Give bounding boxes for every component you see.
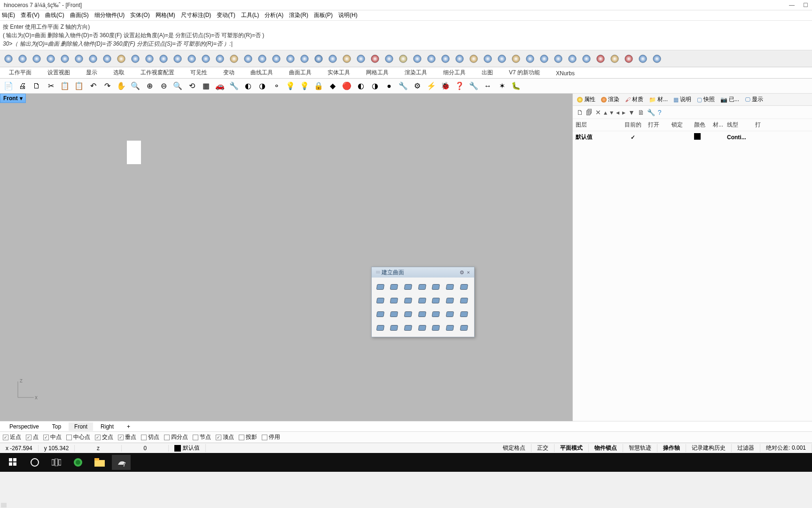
osnap-checkbox-9[interactable] — [216, 435, 221, 440]
std-tool-13[interactable]: ⟲ — [185, 79, 198, 93]
std-tool-36[interactable]: 🐛 — [509, 79, 523, 93]
menu-mesh[interactable]: 网格(M) — [156, 11, 175, 19]
copy-icon[interactable]: 🗎 — [638, 109, 644, 116]
std-tool-6[interactable]: ↶ — [86, 79, 100, 93]
new-sublayer-icon[interactable]: 🗐 — [586, 109, 593, 116]
main-tool-37[interactable] — [523, 52, 537, 65]
osnap-9[interactable]: 顶点 — [216, 433, 234, 441]
main-tool-38[interactable] — [538, 52, 551, 65]
main-tool-21[interactable] — [298, 52, 311, 65]
std-tool-12[interactable]: 🔍 — [171, 79, 184, 93]
osnap-1[interactable]: 点 — [26, 433, 39, 441]
menu-view[interactable]: 查看(V) — [21, 11, 39, 19]
osnap-checkbox-4[interactable] — [95, 435, 101, 440]
std-tool-30[interactable]: ⚡ — [425, 79, 438, 93]
rp-tab-mat2[interactable]: 📁材... — [647, 95, 670, 104]
taskbar-explorer-icon[interactable] — [90, 455, 109, 470]
osnap-11[interactable]: 停用 — [262, 433, 280, 441]
surface-tool-25[interactable] — [430, 321, 443, 334]
std-tool-7[interactable]: ↷ — [101, 79, 114, 93]
rp-tab-help[interactable]: ▦说明 — [671, 95, 694, 104]
tab-subdtools[interactable]: 细分工具 — [436, 67, 473, 78]
main-tool-10[interactable] — [143, 52, 156, 65]
status-osnap[interactable]: 物件锁点 — [589, 444, 623, 452]
std-tool-33[interactable]: 🔧 — [467, 79, 480, 93]
layer-color[interactable] — [694, 133, 713, 141]
main-tool-22[interactable] — [312, 52, 325, 65]
std-tool-21[interactable]: 💡 — [298, 79, 311, 93]
std-tool-14[interactable]: ▦ — [199, 79, 212, 93]
surface-tool-27[interactable] — [458, 321, 471, 334]
floating-panel-titlebar[interactable]: 𝄘 建立曲面 ⚙ × — [372, 267, 474, 278]
main-tool-32[interactable] — [453, 52, 466, 65]
main-tool-40[interactable] — [566, 52, 579, 65]
menu-subd[interactable]: 细分物件(U) — [94, 11, 125, 19]
col-color[interactable]: 颜色 — [694, 121, 713, 129]
surface-tool-22[interactable] — [389, 321, 401, 334]
maximize-button[interactable]: ☐ — [803, 2, 808, 8]
std-tool-26[interactable]: ◑ — [368, 79, 382, 93]
std-tool-2[interactable]: 🗋 — [30, 79, 43, 93]
status-gridsnap[interactable]: 锁定格点 — [497, 444, 531, 452]
surface-tool-21[interactable] — [375, 321, 387, 334]
surface-tool-14[interactable] — [375, 308, 387, 320]
tab-rendertools[interactable]: 渲染工具 — [398, 67, 434, 78]
prev-icon[interactable]: ◂ — [616, 109, 619, 116]
osnap-5[interactable]: 垂点 — [118, 433, 136, 441]
main-tool-42[interactable] — [594, 52, 607, 65]
main-tool-0[interactable] — [2, 52, 15, 65]
menu-solid[interactable]: 实体(O) — [130, 11, 149, 19]
surface-tool-4[interactable] — [430, 280, 443, 293]
main-tool-30[interactable] — [425, 52, 438, 65]
osnap-checkbox-0[interactable] — [3, 435, 8, 440]
main-tool-24[interactable] — [340, 52, 353, 65]
osnap-checkbox-3[interactable] — [66, 435, 72, 440]
surface-tool-3[interactable] — [416, 280, 429, 293]
surface-tool-0[interactable] — [375, 280, 387, 293]
command-area[interactable]: 按 Enter 使用工作平面 Z 轴的方向) ( 输出为(O)=曲面 删除输入物… — [0, 21, 812, 50]
std-tool-22[interactable]: 🔒 — [312, 79, 325, 93]
main-tool-15[interactable] — [213, 52, 226, 65]
surface-tool-2[interactable] — [402, 280, 415, 293]
taskbar-cortana-icon[interactable] — [25, 455, 44, 470]
status-gumball[interactable]: 操作轴 — [657, 444, 686, 452]
status-history[interactable]: 记录建构历史 — [686, 444, 732, 452]
std-tool-24[interactable]: 🔴 — [340, 79, 353, 93]
col-current[interactable]: 目前的 — [618, 121, 648, 129]
tab-viewport[interactable]: 工作视窗配置 — [133, 67, 181, 78]
std-tool-0[interactable]: 📄 — [2, 79, 15, 93]
surface-tool-6[interactable] — [458, 280, 471, 293]
std-tool-17[interactable]: ◐ — [242, 79, 255, 93]
osnap-checkbox-2[interactable] — [43, 435, 49, 440]
help-icon[interactable]: ? — [658, 109, 662, 116]
main-tool-19[interactable] — [270, 52, 283, 65]
osnap-10[interactable]: 投影 — [239, 433, 257, 441]
surface-tool-7[interactable] — [375, 294, 387, 307]
osnap-0[interactable]: 近点 — [3, 433, 21, 441]
taskbar-taskview-icon[interactable] — [47, 455, 66, 470]
menu-dimension[interactable]: 尺寸标注(D) — [181, 11, 211, 19]
std-tool-4[interactable]: 📋 — [58, 79, 71, 93]
layer-scrollbar[interactable] — [0, 502, 812, 508]
main-tool-29[interactable] — [411, 52, 424, 65]
tab-transform[interactable]: 变动 — [216, 67, 242, 78]
col-linetype[interactable]: 线型 — [727, 121, 755, 129]
viewport[interactable]: Front ▾ — [0, 94, 572, 421]
status-filter[interactable]: 过滤器 — [732, 444, 760, 452]
layer-row-default[interactable]: 默认值 ✓ Conti... — [573, 131, 812, 143]
tab-surfacetools[interactable]: 曲面工具 — [282, 67, 319, 78]
main-tool-26[interactable] — [368, 52, 382, 65]
std-tool-16[interactable]: 🔧 — [227, 79, 241, 93]
std-tool-11[interactable]: ⊖ — [157, 79, 170, 93]
main-tool-17[interactable] — [242, 52, 255, 65]
main-tool-11[interactable] — [157, 52, 170, 65]
surface-tool-12[interactable] — [445, 294, 457, 307]
rp-tab-render[interactable]: 渲染 — [599, 95, 622, 104]
osnap-checkbox-1[interactable] — [26, 435, 31, 440]
taskbar-start-icon[interactable] — [4, 455, 23, 470]
std-tool-3[interactable]: ✂ — [44, 79, 57, 93]
view-tab-front[interactable]: Front — [69, 422, 93, 431]
main-tool-27[interactable] — [383, 52, 396, 65]
status-layer[interactable]: 默认值 — [169, 444, 206, 452]
taskbar-rhino-icon[interactable]: 7 — [112, 455, 131, 470]
